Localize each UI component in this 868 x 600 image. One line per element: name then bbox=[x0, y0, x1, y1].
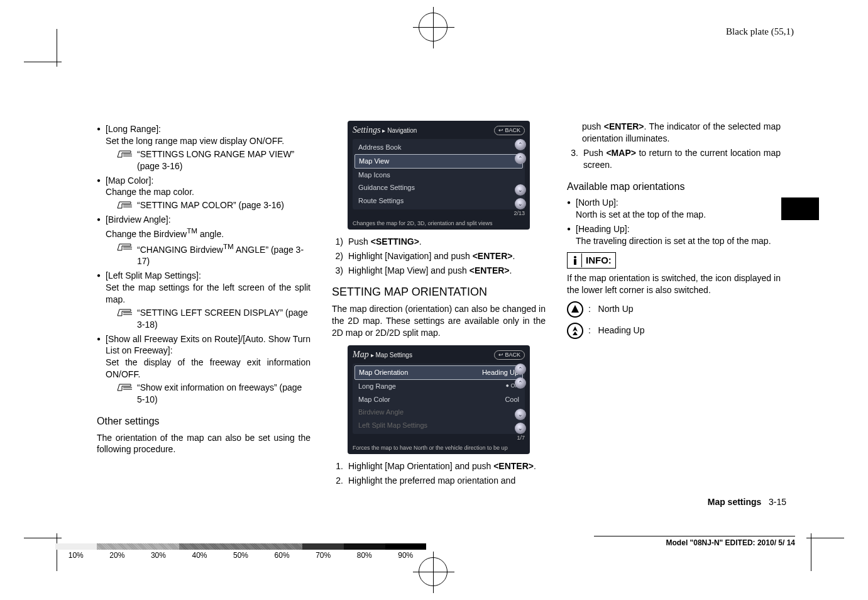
reference-text: “SETTING MAP COLOR” (page 3-16) bbox=[137, 199, 310, 211]
reference-icon bbox=[117, 243, 133, 252]
page-number: Map settings 3-15 bbox=[708, 497, 786, 507]
item-title: [Left Split Map Settings]: bbox=[106, 270, 310, 282]
crop-mark bbox=[806, 538, 844, 538]
screenshot-map-settings: Map ▸ Map Settings ↩ BACK ⌃ ⌃ ⌄ ⌄ Map Or… bbox=[348, 345, 530, 454]
bullet-icon: ● bbox=[567, 223, 571, 247]
legend-label: Heading Up bbox=[598, 325, 645, 336]
continued-text: push <ENTER>. The indicator of the selec… bbox=[582, 121, 781, 145]
density-ruler: 10% 20% 30% 40% 50% 60% 70% 80% 90% bbox=[55, 543, 426, 560]
ruler-tick: 70% bbox=[302, 551, 344, 560]
step-2b: 2. Highlight the preferred map orientati… bbox=[332, 475, 546, 487]
scroll-down-small-icon: ⌄ bbox=[515, 184, 526, 196]
model-footer: Model "08NJ-N" EDITED: 2010/ 5/ 14 bbox=[594, 536, 795, 547]
reference-icon bbox=[117, 383, 133, 392]
scroll-up-icon: ⌃ bbox=[515, 139, 526, 150]
step-1b: 1. Highlight [Map Orientation] and push … bbox=[332, 460, 546, 472]
crop-mark bbox=[24, 62, 62, 62]
ruler-tick: 60% bbox=[261, 551, 303, 560]
item-title: [Show all Freeway Exits on Route]/[Auto.… bbox=[106, 333, 310, 357]
ss-item: Guidance Settings bbox=[354, 181, 523, 194]
bullet-icon: ● bbox=[567, 197, 571, 221]
legend-heading-up: : Heading Up bbox=[567, 323, 781, 339]
ss-item: Route Settings bbox=[354, 194, 523, 208]
section-heading: SETTING MAP ORIENTATION bbox=[332, 284, 546, 299]
bullet-icon: ● bbox=[97, 175, 101, 212]
available-orientations-heading: Available map orientations bbox=[567, 180, 781, 194]
bullet-north-up: ● [North Up]: North is set at the top of… bbox=[567, 197, 781, 221]
item-desc: Set the display of the freeway exit info… bbox=[106, 357, 310, 381]
ss-row: Map ColorCool bbox=[354, 393, 523, 406]
ss-row-selected: Map OrientationHeading Up bbox=[354, 365, 523, 380]
step-number: 3. bbox=[567, 147, 578, 171]
item-title: [Map Color]: bbox=[106, 175, 310, 187]
ss-footer: Forces the map to have North or the vehi… bbox=[353, 444, 525, 452]
section-paragraph: The map direction (orientation) can also… bbox=[332, 303, 546, 339]
content-columns: ● [Long Range]: Set the long range map v… bbox=[97, 121, 781, 487]
bullet-heading-up: ● [Heading Up]: The traveling direction … bbox=[567, 223, 781, 247]
scroll-down-icon: ⌄ bbox=[515, 198, 526, 209]
scroll-down-icon: ⌄ bbox=[515, 423, 526, 434]
registration-mark bbox=[419, 13, 448, 42]
info-label: INFO: bbox=[586, 254, 612, 267]
item-desc: The traveling direction is set at the to… bbox=[576, 235, 781, 247]
step-3b: 3. Push <MAP> to return to the current l… bbox=[567, 147, 781, 171]
info-icon bbox=[568, 253, 582, 267]
info-text: If the map orientation is switched, the … bbox=[567, 272, 781, 296]
item-desc: Set the map settings for the left screen… bbox=[106, 282, 310, 306]
other-settings-heading: Other settings bbox=[97, 414, 310, 428]
legend-north-up: : North Up bbox=[567, 301, 781, 318]
scroll-up-icon: ⌃ bbox=[515, 364, 526, 375]
bullet-birdview: ● [Birdview Angle]: Change the BirdviewT… bbox=[97, 214, 310, 267]
ss-back-button: ↩ BACK bbox=[494, 350, 525, 359]
ss-pager: 1/7 bbox=[353, 434, 525, 442]
ruler-tick: 10% bbox=[55, 551, 97, 560]
column-3: push <ENTER>. The indicator of the selec… bbox=[567, 121, 781, 487]
ss-item: Address Book bbox=[354, 141, 523, 154]
step-number: 1) bbox=[332, 236, 343, 248]
step-number: 3) bbox=[332, 265, 343, 277]
ss-breadcrumb: ▸ Navigation bbox=[382, 127, 417, 134]
item-desc: Change the map color. bbox=[106, 186, 310, 198]
bullet-icon: ● bbox=[97, 214, 101, 267]
item-desc: Change the BirdviewTM angle. bbox=[106, 226, 310, 240]
north-up-icon bbox=[567, 301, 583, 318]
ruler-tick: 90% bbox=[385, 551, 427, 560]
reference-icon bbox=[117, 150, 133, 158]
ruler-tick: 50% bbox=[220, 551, 261, 560]
ruler-tick: 30% bbox=[138, 551, 179, 560]
other-settings-text: The orientation of the map can also be s… bbox=[97, 432, 310, 456]
ss-row: Long Range● ON bbox=[354, 380, 523, 393]
bullet-icon: ● bbox=[97, 123, 101, 172]
bullet-map-color: ● [Map Color]: Change the map color. “SE… bbox=[97, 175, 310, 212]
reference-icon bbox=[117, 308, 133, 317]
ss-back-button: ↩ BACK bbox=[494, 126, 525, 135]
ss-row-disabled: Left Split Map Settings bbox=[354, 419, 523, 432]
ruler-tick: 40% bbox=[179, 551, 221, 560]
screenshot-settings-nav: Settings ▸ Navigation ↩ BACK ⌃ ⌃ ⌄ ⌄ Add… bbox=[348, 121, 530, 230]
crop-mark bbox=[24, 538, 62, 538]
reference-text: “SETTING LEFT SCREEN DISPLAY” (page 3-18… bbox=[137, 307, 310, 331]
item-title: [Birdview Angle]: bbox=[106, 214, 310, 226]
item-title: [North Up]: bbox=[576, 197, 781, 209]
scroll-up-small-icon: ⌃ bbox=[515, 153, 526, 164]
step-3: 3) Highlight [Map View] and push <ENTER>… bbox=[332, 265, 546, 277]
reference-text: “Show exit information on freeways” (pag… bbox=[137, 382, 310, 406]
plate-label: Black plate (55,1) bbox=[726, 26, 794, 37]
item-desc: Set the long range map view display ON/O… bbox=[106, 135, 310, 147]
item-title: [Long Range]: bbox=[106, 123, 310, 135]
ss-item: Map Icons bbox=[354, 169, 523, 182]
ss-title: Map bbox=[353, 350, 369, 359]
svg-rect-1 bbox=[574, 259, 576, 265]
bullet-freeway-exits: ● [Show all Freeway Exits on Route]/[Aut… bbox=[97, 333, 310, 406]
step-1: 1) Push <SETTING>. bbox=[332, 236, 546, 248]
ruler-tick: 20% bbox=[97, 551, 138, 560]
scroll-up-small-icon: ⌃ bbox=[515, 377, 526, 389]
item-title: [Heading Up]: bbox=[576, 223, 781, 235]
bullet-icon: ● bbox=[97, 333, 101, 406]
item-desc: North is set at the top of the map. bbox=[576, 209, 781, 221]
legend-label: North Up bbox=[598, 303, 634, 315]
step-number: 2. bbox=[332, 475, 343, 487]
bullet-icon: ● bbox=[97, 270, 101, 330]
crop-mark bbox=[811, 533, 811, 571]
page-root: Black plate (55,1) ● [Long Range]: Set t… bbox=[0, 0, 868, 600]
